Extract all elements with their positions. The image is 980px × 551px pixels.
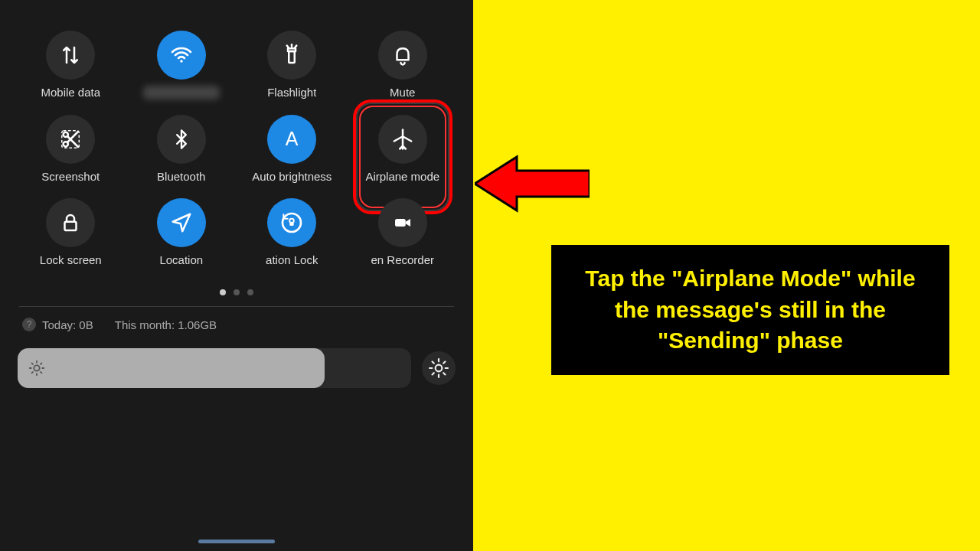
letterA-icon: A [280, 128, 303, 151]
info-icon: ? [22, 318, 36, 331]
svg-line-29 [433, 362, 434, 364]
flashlight-toggle[interactable] [267, 31, 316, 80]
svg-line-3 [287, 46, 289, 48]
recorder-label: en Recorder [371, 253, 434, 266]
location-toggle[interactable] [157, 198, 206, 247]
svg-point-0 [180, 60, 182, 62]
tile-location: Location [130, 198, 234, 266]
instruction-callout: Tap the "Airplane Mode" while the messag… [551, 245, 949, 375]
usage-today: Today: 0B [42, 318, 93, 331]
plane-icon [391, 128, 414, 151]
bell-icon [391, 44, 414, 67]
svg-rect-11 [65, 222, 77, 230]
page-dot[interactable] [234, 289, 240, 295]
quick-settings-panel: Mobile dataFlashlightMuteScreenshotBluet… [0, 0, 473, 551]
wifi-icon [169, 43, 194, 67]
tile-screenshot: Screenshot [19, 115, 122, 183]
svg-line-4 [296, 46, 297, 48]
brightness-low-icon [28, 360, 45, 377]
nav-handle[interactable] [198, 540, 275, 543]
svg-point-24 [436, 365, 443, 372]
svg-rect-14 [395, 219, 406, 227]
tile-airplane: Airplane mode [351, 115, 455, 183]
torch-icon [280, 44, 303, 67]
tile-bluetooth: Bluetooth [130, 115, 234, 183]
mobile-data-toggle[interactable] [46, 31, 95, 80]
svg-marker-33 [475, 157, 590, 210]
rotation-label: ation Lock [266, 253, 318, 266]
bluetooth-label: Bluetooth [157, 170, 205, 183]
tile-recorder: en Recorder [351, 198, 455, 266]
lock-screen-toggle[interactable] [46, 198, 95, 247]
wifi-label [143, 86, 220, 99]
page-indicator[interactable] [11, 289, 462, 295]
rotation-toggle[interactable] [267, 198, 316, 247]
wifi-toggle[interactable] [157, 31, 206, 80]
tile-auto-bright: AAuto brightness [240, 115, 344, 183]
divider [19, 306, 454, 307]
svg-rect-1 [289, 51, 296, 63]
data-usage-row[interactable]: ? Today: 0B This month: 1.06GB [11, 318, 462, 331]
lock-screen-label: Lock screen [40, 253, 102, 266]
location-label: Location [159, 253, 203, 266]
svg-line-21 [41, 372, 41, 373]
mute-toggle[interactable] [378, 31, 427, 80]
bluetooth-icon [171, 129, 192, 150]
usage-month: This month: 1.06GB [115, 318, 217, 331]
nav-icon [170, 211, 193, 234]
tiles-grid: Mobile dataFlashlightMuteScreenshotBluet… [11, 23, 462, 274]
tile-mute: Mute [351, 31, 455, 99]
flashlight-label: Flashlight [267, 86, 316, 99]
auto-bright-toggle[interactable]: A [267, 115, 316, 164]
bluetooth-toggle[interactable] [157, 115, 206, 164]
brightness-slider[interactable] [18, 348, 411, 388]
screenshot-label: Screenshot [41, 170, 100, 183]
scissors-icon [59, 128, 82, 151]
instruction-text: Tap the "Airplane Mode" while the messag… [585, 266, 915, 353]
svg-line-23 [41, 364, 41, 364]
auto-brightness-toggle-icon[interactable] [422, 351, 456, 385]
svg-line-31 [433, 373, 434, 374]
mobile-data-label: Mobile data [41, 86, 100, 99]
svg-text:A: A [286, 128, 299, 149]
brightness-row [11, 348, 462, 388]
svg-line-32 [443, 362, 445, 364]
svg-point-15 [34, 365, 39, 370]
tile-mobile-data: Mobile data [19, 31, 122, 99]
tile-lock-screen: Lock screen [19, 198, 122, 266]
svg-line-30 [443, 373, 445, 374]
svg-line-22 [32, 372, 33, 373]
airplane-label: Airplane mode [365, 170, 439, 183]
callout-arrow [475, 149, 590, 218]
lock-icon [59, 211, 82, 234]
tile-wifi [130, 31, 234, 99]
mute-label: Mute [390, 86, 415, 99]
page-dot[interactable] [247, 289, 253, 295]
auto-bright-label: Auto brightness [252, 170, 332, 183]
svg-rect-13 [290, 222, 294, 226]
tile-flashlight: Flashlight [240, 31, 344, 99]
airplane-toggle[interactable] [378, 115, 427, 164]
tile-rotation: ation Lock [240, 198, 344, 266]
arrows-icon [59, 44, 82, 67]
svg-line-20 [32, 364, 33, 364]
rotlock-icon [279, 210, 304, 235]
page-dot[interactable] [220, 289, 226, 295]
screenshot-toggle[interactable] [46, 115, 95, 164]
camera-icon [391, 211, 414, 234]
recorder-toggle[interactable] [378, 198, 427, 247]
